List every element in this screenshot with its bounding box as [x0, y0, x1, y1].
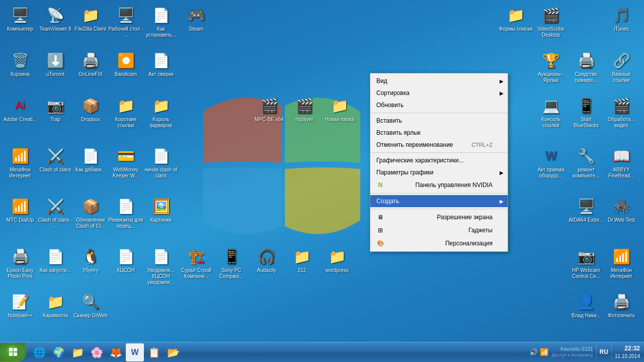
icon-megafon2[interactable]: 📶 МегаФон Интернет [604, 246, 639, 280]
icon-bandicam[interactable]: ⏺️ Bandicam [108, 50, 143, 77]
menu-vstavit-yarlyk-label: Вставить ярлык [376, 129, 421, 136]
menu-obnovit[interactable]: Обновить [370, 99, 508, 111]
taskbar-folder[interactable]: 📂 [164, 343, 182, 361]
icon-epson[interactable]: 🖨️ Epson Easy Photo Print [3, 246, 38, 280]
icon-mplayer[interactable]: 🎬 mplayer [287, 96, 322, 123]
menu-personalizaciya[interactable]: 🎨 Персонализация [370, 237, 508, 250]
icon-utorrent[interactable]: ⬇️ uTorrent [38, 50, 73, 77]
menu-nvidia-label: Панель управления NVIDIA [415, 182, 493, 189]
icon-drweb[interactable]: 🕷️ Dr.Web Test [604, 196, 639, 223]
taskbar-apps: 🌐 🌍 📁 🌸 🦊 W 📋 📂 [28, 343, 529, 361]
icon-adobe[interactable]: Ai Adobe Creati... [3, 96, 38, 123]
icon-fotopechat[interactable]: 🖨️ Фотопечать [604, 292, 639, 319]
icon-mpc[interactable]: 🎬 MPC-BE x64 [252, 96, 287, 123]
arrow-icon-sort: ▶ [500, 90, 504, 96]
icon-sural[interactable]: 🏗️ Сурал Строй Компани... [179, 246, 214, 280]
icon-konsol[interactable]: 💻 Консоль ссылки [533, 96, 569, 129]
network-sub: Доступ к Интернету [551, 352, 593, 358]
icon-sony-pc[interactable]: 📱 Sony PC Compani... [214, 246, 249, 280]
taskbar-flowers[interactable]: 🌸 [88, 343, 106, 361]
icon-teamviewer[interactable]: 📡 TeamViewer 8 [38, 5, 73, 32]
icon-clash-of-clans[interactable]: ⚔️ Clash of clans [38, 146, 73, 173]
menu-razreshenie[interactable]: 🖥 Разрешение экрана [370, 211, 508, 224]
icon-word[interactable]: W Акт приема оборудо... [533, 146, 569, 179]
icon-nicha-clash[interactable]: 📄 ничая clash of clans [143, 146, 179, 179]
icon-aida64[interactable]: 🖥️ AIDA64 Extre... [569, 196, 604, 223]
icon-clash2[interactable]: ⚔️ Clash of clans - ... [38, 196, 73, 229]
time-display: 22:32 [615, 344, 640, 353]
icon-megafon[interactable]: 📶 МегаФон Интернет [3, 146, 38, 179]
menu-parametry[interactable]: Параметры графики ▶ [370, 166, 508, 178]
icon-vlad[interactable]: 👤 Влад Ники... [569, 292, 604, 319]
taskbar-explorer[interactable]: 📁 [68, 343, 87, 361]
icon-wordpress[interactable]: 📁 wordpress [319, 246, 355, 274]
menu-nvidia[interactable]: N Панель управления NVIDIA [370, 178, 508, 192]
icon-computer[interactable]: 🖥️ Компьютер [3, 5, 38, 32]
icon-desktop[interactable]: 🖥️ Рабочий стол - ... [108, 5, 143, 38]
menu-vid[interactable]: Вид ▶ [370, 75, 508, 87]
menu-sozdat-label: Создать [376, 198, 399, 205]
network-name: Keenetic-6331 [551, 346, 593, 352]
icon-korol[interactable]: 📁 Король варваров [143, 96, 179, 129]
icon-hp-webcam[interactable]: 📷 HP Webcam Control Ce... [569, 246, 604, 280]
icon-steam[interactable]: 🎮 Steam [179, 5, 214, 32]
icon-remont[interactable]: 🔧 ремонт компьюте... [569, 146, 604, 179]
icon-sredstvo[interactable]: 🖨️ Средство сканиро... [569, 50, 604, 83]
separator-1 [370, 113, 508, 113]
icon-kcson[interactable]: 📄 КЦСОН [108, 246, 143, 274]
icon-akt-sverki[interactable]: 📄 Акт сверки [143, 50, 179, 77]
icon-kak-dobavit[interactable]: 📄 Как добави... [73, 146, 108, 173]
taskbar-chrome[interactable]: 🌍 [49, 343, 67, 361]
menu-otmenit[interactable]: Отменить переименование CTRL+Z [370, 139, 508, 151]
start-button[interactable] [0, 343, 26, 362]
clock-area[interactable]: 22:32 11.10.2014 [615, 344, 640, 360]
icon-kak-zapustit[interactable]: 📄 Как запусти... [38, 246, 73, 274]
icon-obrabotka[interactable]: 🎬 Обработа... видео [604, 96, 639, 129]
icon-korzina[interactable]: 🗑️ Корзина [3, 50, 38, 77]
desktop: 🖥️ Компьютер 📡 TeamViewer 8 📁 FileZilla … [0, 0, 644, 362]
icon-ubuntu[interactable]: 🐧 Убунту [73, 246, 108, 274]
icon-kartinki[interactable]: 🖼️ Картинки [143, 196, 179, 223]
icon-scanner-drweb[interactable]: 🔍 Сканер DrWeb [73, 292, 108, 319]
icon-rekvizity-per[interactable]: 📄 Реквизиты для перец... [108, 196, 143, 229]
icon-abbyy[interactable]: 📖 ABBYY FineRead... [604, 146, 639, 179]
icon-start-bluestacks[interactable]: 📱 Start BlueStacks [569, 96, 604, 129]
icon-itunes[interactable]: 🎵 iTunes [604, 5, 639, 32]
icon-notepadpp[interactable]: 📝 Notepad++ [3, 292, 38, 319]
icon-filezilla[interactable]: 📁 FileZilla Client [73, 5, 108, 32]
context-menu: Вид ▶ Сортировка ▶ Обновить Вставить Вст… [370, 73, 508, 252]
menu-sozdat[interactable]: Создать ▶ [370, 195, 508, 207]
icon-karavella[interactable]: 📁 Каравелла [38, 292, 73, 319]
monitor-icon: 🖥 [376, 213, 384, 221]
icon-uvedomlenie[interactable]: 📄 Уведомле... КЦСОН уведомле... [143, 246, 179, 286]
icon-kak-ustanovit[interactable]: 📄 Как установить... [143, 5, 179, 38]
icon-formy[interactable]: 📁 Формы списки [498, 5, 533, 32]
icon-webmoney[interactable]: 💳 WebMoney Keeper W... [108, 146, 143, 179]
sound-icon[interactable]: 🔊 [529, 348, 538, 356]
icon-obnovlenie-clash[interactable]: 📦 Обновление Clash of Cl... [73, 196, 108, 229]
icon-mtc[interactable]: 📶 МТС DialUp [3, 196, 38, 223]
language-indicator[interactable]: RU [600, 348, 608, 355]
menu-sortirovka[interactable]: Сортировка ▶ [370, 87, 508, 99]
icon-onlinefix[interactable]: 🖨️ OnLineFIX [73, 50, 108, 77]
icon-trap[interactable]: 📷 Trap [38, 96, 73, 123]
menu-graficheskie[interactable]: Графические характеристики... [370, 154, 508, 166]
icon-akcii[interactable]: 🏆 Аукционы - Ярлык [533, 50, 569, 83]
menu-gadzhety[interactable]: ⊞ Гаджеты [370, 224, 508, 237]
icon-vazhnye[interactable]: 🔗 Важные ссылки [604, 50, 639, 83]
icon-novaya-papka[interactable]: 📁 Новая папка [322, 96, 357, 123]
taskbar-ie[interactable]: 🌐 [30, 343, 48, 361]
notification-area: 🔊 📶 [529, 348, 548, 356]
menu-vstavit[interactable]: Вставить [370, 115, 508, 127]
icon-212[interactable]: 📁 212 [284, 246, 319, 274]
taskbar-firefox[interactable]: 🦊 [107, 343, 125, 361]
icon-dropbox[interactable]: 📦 Dropbox [73, 96, 108, 123]
menu-vstavit-yarlyk[interactable]: Вставить ярлык [370, 127, 508, 139]
taskbar-word[interactable]: W [126, 343, 144, 361]
icon-audacity[interactable]: 🎧 Audacity [249, 246, 284, 274]
icon-videoscribe[interactable]: 🎬 VideoScribe Desktop [533, 5, 569, 38]
icon-korotkie-ssylki[interactable]: 📁 Короткие ссылки [108, 96, 143, 129]
separator-4 [370, 209, 508, 209]
taskbar-clipboard[interactable]: 📋 [145, 343, 163, 361]
network-icon[interactable]: 📶 [540, 348, 548, 356]
